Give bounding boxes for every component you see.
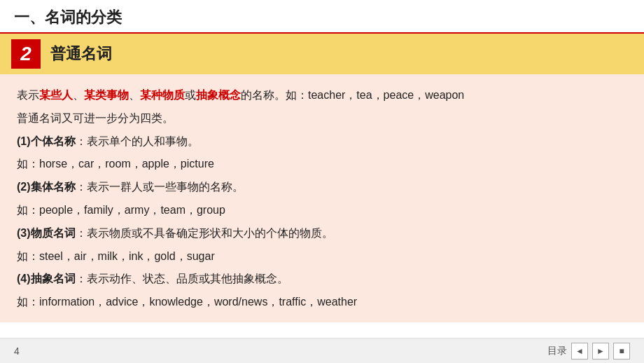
badge-label: 普通名词: [50, 43, 112, 64]
header: 一、名词的分类: [0, 0, 644, 34]
highlight-1: 某些人: [39, 89, 73, 101]
category-4-examples: 如：information，advice，knowledge，word/news…: [17, 292, 627, 313]
intro-text: 表示: [17, 89, 39, 101]
category-3-examples: 如：steel，air，milk，ink，gold，sugar: [17, 247, 627, 267]
highlight-2: 某类事物: [84, 89, 129, 101]
category-1-title: (1)个体名称：表示单个的人和事物。: [17, 132, 627, 152]
next-button[interactable]: ►: [592, 343, 609, 359]
category-3-title: (3)物质名词：表示物质或不具备确定形状和大小的个体的物质。: [17, 224, 627, 244]
end-button[interactable]: ■: [613, 343, 630, 359]
sub-intro: 普通名词又可进一步分为四类。: [17, 109, 627, 129]
highlight-3: 某种物质: [140, 89, 185, 101]
category-2-examples: 如：people，family，army，team，group: [17, 200, 627, 221]
badge-number: 2: [11, 39, 41, 69]
page-title: 一、名词的分类: [14, 8, 122, 26]
nav-label: 目录: [547, 345, 567, 357]
highlight-4: 抽象概念: [196, 89, 241, 101]
page-number: 4: [14, 345, 20, 357]
content-area: 表示某些人、某类事物、某种物质或抽象概念的名称。如：teacher，tea，pe…: [0, 74, 644, 322]
section-badge: 2 普通名词: [0, 34, 644, 74]
footer: 4 目录 ◄ ► ■: [0, 338, 644, 363]
prev-button[interactable]: ◄: [571, 343, 588, 359]
category-1-examples: 如：horse，car，room，apple，picture: [17, 154, 627, 174]
category-2-title: (2)集体名称：表示一群人或一些事物的名称。: [17, 177, 627, 198]
category-4-title: (4)抽象名词：表示动作、状态、品质或其他抽象概念。: [17, 269, 627, 289]
footer-navigation: 目录 ◄ ► ■: [547, 343, 630, 359]
intro-paragraph: 表示某些人、某类事物、某种物质或抽象概念的名称。如：teacher，tea，pe…: [17, 85, 627, 106]
